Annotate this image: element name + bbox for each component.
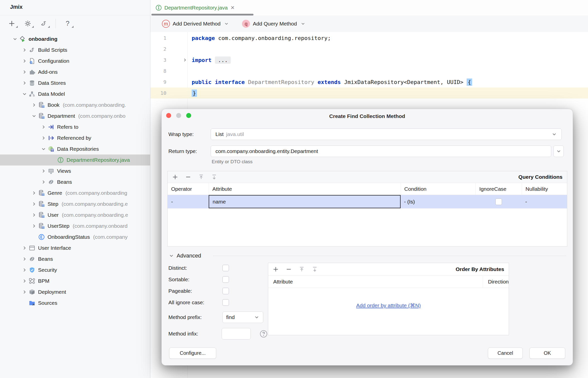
tree-item-bpm[interactable]: BPM (0, 276, 150, 286)
tree-item-referenced-by[interactable]: Referenced by (0, 132, 150, 144)
condition-cell[interactable]: - (Is) (401, 195, 476, 208)
method-prefix-select[interactable]: find (222, 312, 263, 323)
configure-button[interactable]: Configure... (169, 348, 216, 359)
return-type-expand-button[interactable] (553, 146, 564, 157)
settings-icon[interactable] (24, 19, 32, 28)
advanced-section-toggle[interactable]: Advanced (169, 252, 201, 259)
tree-item-deployment[interactable]: Deployment (0, 286, 150, 298)
option-checkbox[interactable] (222, 276, 229, 283)
tree-item-security[interactable]: Security (0, 264, 150, 276)
tree-item-refers-to[interactable]: Refers to (0, 122, 150, 132)
tree-item-user[interactable]: User(com.company.onboarding.e (0, 210, 150, 220)
close-icon[interactable]: × (231, 4, 234, 12)
tree-item-add-ons[interactable]: Add-ons (0, 66, 150, 78)
move-down-icon[interactable] (312, 266, 318, 272)
ok-button[interactable]: OK (529, 348, 565, 359)
tree-item-package: (com.company.onboarding. (63, 102, 126, 108)
tree-item-book[interactable]: Book(com.company.onboarding. (0, 100, 150, 110)
tree-item-departmentrepository-java[interactable]: DepartmentRepository.java (0, 154, 150, 166)
tree-item-build-scripts[interactable]: Build Scripts (0, 44, 150, 56)
tree-item-label: Configuration (38, 58, 69, 64)
cancel-button[interactable]: Cancel (488, 348, 523, 359)
tree-item-step[interactable]: Step(com.company.onboarding.e (0, 198, 150, 210)
add-condition-icon[interactable] (172, 174, 178, 180)
option-checkbox[interactable] (222, 299, 229, 306)
chevron-right-icon[interactable] (21, 245, 28, 251)
tree-item-data-repositories[interactable]: Data Repositories (0, 144, 150, 154)
tree-item-onboarding[interactable]: onboarding (0, 34, 150, 44)
return-type-input[interactable]: com.company.onboarding.entity.Department (211, 146, 551, 157)
code-area[interactable]: 1package com.company.onboarding.reposito… (150, 32, 588, 98)
help-icon[interactable] (260, 330, 267, 338)
method-infix-input[interactable] (222, 328, 251, 340)
move-down-icon[interactable] (211, 174, 217, 180)
chevron-right-icon[interactable] (21, 58, 28, 64)
tree-item-userstep[interactable]: UserStep(com.company.onboard (0, 220, 150, 232)
tree-item-user-interface[interactable]: User Interface (0, 242, 150, 254)
chevron-right-icon[interactable] (21, 80, 28, 86)
tree-item-data-stores[interactable]: Data Stores (0, 78, 150, 88)
chevron-right-icon[interactable] (21, 267, 28, 273)
move-up-icon[interactable] (299, 266, 305, 272)
option-checkbox[interactable] (222, 288, 229, 294)
editor-toolbar: m Add Derived Method q Add Query Method (150, 16, 588, 32)
tree-item-views[interactable]: Views (0, 166, 150, 176)
chevron-down-icon[interactable] (224, 21, 229, 26)
tree-item-configuration[interactable]: Configuration (0, 56, 150, 66)
column-attribute: Attribute (209, 183, 401, 195)
chevron-right-icon[interactable] (40, 168, 47, 174)
add-order-icon[interactable] (273, 266, 279, 272)
code-line: 1package com.company.onboarding.reposito… (150, 32, 588, 44)
interface-icon (155, 4, 162, 11)
tree-item-genre[interactable]: Genre(com.company.onboarding (0, 188, 150, 198)
nullability-cell[interactable]: - (522, 195, 567, 208)
tree-item-beans[interactable]: Beans (0, 254, 150, 264)
chevron-down-icon[interactable] (11, 36, 19, 42)
add-query-method-button[interactable]: q Add Query Method (242, 20, 305, 28)
gradle-icon[interactable] (40, 19, 48, 28)
fold-arrow-icon[interactable] (166, 58, 188, 62)
move-up-icon[interactable] (198, 174, 204, 180)
tree-item-department[interactable]: Department(com.company.onbo (0, 110, 150, 122)
add-order-by-attribute-link[interactable]: Add order by attribute (⌘N) (356, 302, 421, 308)
chevron-right-icon[interactable] (30, 212, 38, 218)
tree-item-data-model[interactable]: Data Model (0, 88, 150, 100)
chevron-down-icon[interactable] (40, 146, 47, 152)
chevron-right-icon[interactable] (30, 190, 38, 196)
chevron-right-icon[interactable] (30, 201, 38, 207)
chevron-right-icon[interactable] (21, 47, 28, 53)
condition-table-row[interactable]: - name - (Is) - (168, 195, 567, 208)
chevron-right-icon[interactable] (30, 223, 38, 229)
chevron-right-icon[interactable] (40, 135, 47, 141)
chevron-right-icon[interactable] (21, 69, 28, 75)
project-tree: onboardingBuild ScriptsConfigurationAdd-… (0, 34, 150, 308)
chevron-right-icon[interactable] (30, 102, 38, 108)
chevron-right-icon[interactable] (21, 278, 28, 284)
chevron-down-icon[interactable] (30, 113, 38, 119)
remove-order-icon[interactable] (286, 266, 292, 272)
editor-tab-bar: DepartmentRepository.java × (150, 0, 588, 16)
chevron-down-icon[interactable] (301, 21, 306, 26)
chevron-down-icon[interactable] (551, 132, 557, 137)
chevron-right-icon[interactable] (21, 256, 28, 262)
chevron-down-icon[interactable] (21, 91, 28, 97)
chevron-right-icon[interactable] (21, 289, 28, 295)
option-label: All ignore case: (168, 300, 222, 306)
add-icon[interactable] (8, 19, 16, 28)
line-number: 1 (150, 35, 166, 41)
help-icon[interactable]: ? (63, 19, 72, 28)
remove-condition-icon[interactable] (185, 174, 191, 180)
add-derived-method-button[interactable]: m Add Derived Method (162, 20, 229, 28)
tree-item-sources[interactable]: Sources (0, 298, 150, 308)
method-prefix-value: find (226, 314, 235, 320)
operator-cell[interactable]: - (168, 195, 209, 208)
tab-departmentrepository[interactable]: DepartmentRepository.java × (151, 0, 238, 15)
attribute-cell-editor[interactable]: name (209, 195, 401, 208)
tree-item-onboardingstatus[interactable]: OnboardingStatus(com.company (0, 232, 150, 242)
chevron-right-icon[interactable] (40, 124, 47, 130)
wrap-type-select[interactable]: List java.util (211, 128, 562, 140)
option-checkbox[interactable] (222, 265, 229, 271)
ignorecase-checkbox[interactable] (495, 198, 502, 205)
chevron-right-icon[interactable] (40, 179, 47, 185)
tree-item-beans[interactable]: Beans (0, 176, 150, 188)
